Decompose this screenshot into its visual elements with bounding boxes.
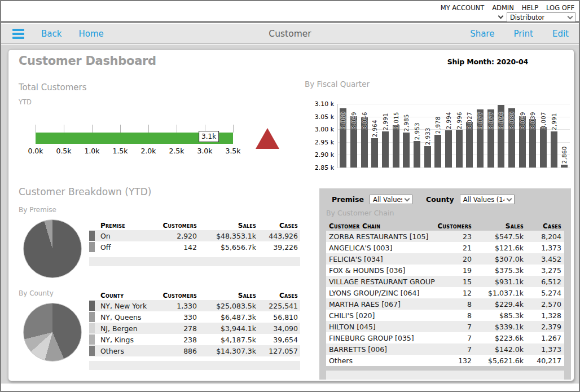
gauge-marker: 3.1k xyxy=(199,131,219,142)
nav-bar: Back Home Customer Share Print Edit xyxy=(1,24,579,44)
series-swatch xyxy=(89,242,95,252)
col-header-customers: Customers xyxy=(437,222,472,230)
chevron-down-icon xyxy=(565,13,575,21)
county-pie-chart xyxy=(23,303,82,362)
distributor-select-value: Distributor xyxy=(507,13,565,21)
chevron-down-icon xyxy=(402,195,412,204)
chevron-down-icon[interactable] xyxy=(498,14,504,19)
table-row: NY, Queens 330 $6,487.3k 56,810 xyxy=(89,311,300,323)
county-filter-label: County xyxy=(426,195,454,204)
county-filter-select[interactable]: All Values (14) xyxy=(460,195,515,204)
col-header-sales: Sales xyxy=(197,292,256,299)
table-row: MARTHA RAES [067] 8 $229.4k 2,570 xyxy=(326,298,564,310)
breakdown-heading: Customer Breakdown (YTD) xyxy=(19,186,151,197)
table-row: CHILI'S [020] 8 $85.3k 1,328 xyxy=(326,310,564,321)
col-header-sales: Sales xyxy=(472,222,524,230)
customer-chain-table: Customer Chain Customers Sales Cases ZOR… xyxy=(326,221,564,380)
table-row: LYONS GROUP/ZINC [064] 12 $1,037.1k 5,27… xyxy=(326,287,564,298)
col-header-cases: Cases xyxy=(256,222,300,230)
total-customers-gauge: 3.1k 0.0k0.5k1.0k1.5k2.0k2.5k3.0k3.5k xyxy=(36,123,233,156)
table-row: FOX & HOUNDS [036] 19 $375.3k 3,275 xyxy=(326,265,564,276)
fiscal-bars: 3,0803,0493,0462,9642,9913,0152,9852,953… xyxy=(338,104,570,168)
series-swatch xyxy=(89,312,95,322)
dashboard-card: Customer Dashboard Ship Month: 2020-04 T… xyxy=(8,49,574,381)
ship-month-label: Ship Month: 2020-04 xyxy=(447,58,528,66)
series-swatch xyxy=(89,301,95,311)
account-links: MY ACCOUNTADMINHELPLOG OFF xyxy=(441,4,574,12)
table-row: Others 886 $14,307.3k 127,057 xyxy=(89,345,300,356)
premise-table: Premise Customers Sales Cases On 2,920 $… xyxy=(89,221,300,266)
top-link[interactable]: LOG OFF xyxy=(546,4,574,12)
table-row: NY, Kings 238 $4,187.5k 39,654 xyxy=(89,334,300,345)
distributor-select[interactable]: Distributor xyxy=(507,12,575,22)
col-header-cases: Cases xyxy=(524,222,564,230)
col-header-county: County xyxy=(98,292,152,299)
content-area: Customer Dashboard Ship Month: 2020-04 T… xyxy=(1,45,579,391)
series-swatch xyxy=(89,334,95,345)
dashboard-title: Customer Dashboard xyxy=(19,54,156,68)
series-swatch xyxy=(89,231,95,241)
ytd-label: YTD xyxy=(19,98,32,106)
table-row: On 2,920 $48,353.1k 443,926 xyxy=(89,230,300,241)
customer-chain-panel: Premise All Values (... County All Value… xyxy=(319,188,571,380)
col-header-premise: Premise xyxy=(98,222,152,230)
county-table: County Customers Sales Cases NY, New Yor… xyxy=(89,290,300,370)
table-row: NY, New York 1,330 $25,083.5k 225,541 xyxy=(89,300,300,311)
fiscal-quarter-chart: 3.10 k3.05 k3.00 k2.95 k2.90 k2.85 k 3,0… xyxy=(337,104,570,168)
table-row: VILLAGE RESTAURANT GROUP 15 $931.1k 6,51… xyxy=(326,276,564,287)
table-row: FELICIA'S [034] 20 $307.0k 3,452 xyxy=(326,253,564,265)
premise-filter-select[interactable]: All Values (... xyxy=(370,195,412,204)
col-header-customers: Customers xyxy=(152,292,197,299)
col-header-sales: Sales xyxy=(197,222,256,230)
trend-up-indicator-icon xyxy=(256,128,279,149)
edit-button[interactable]: Edit xyxy=(552,29,569,39)
total-customers-heading: Total Customers xyxy=(19,82,86,93)
top-link[interactable]: HELP xyxy=(522,4,538,12)
fiscal-quarter-heading: By Fiscal Quarter xyxy=(305,80,370,89)
table-row: ZORBA RESTAURANTS [105] 23 $547.5k 8,204 xyxy=(326,231,564,242)
col-header-customer-chain: Customer Chain xyxy=(326,222,437,230)
table-row: BARRETTS [006] 7 $142.0k 1,373 xyxy=(326,343,564,355)
series-swatch xyxy=(89,323,95,333)
top-bar: MY ACCOUNTADMINHELPLOG OFF Distributor xyxy=(1,1,579,23)
table-row: HILTON [045] 7 $339.1k 2,379 xyxy=(326,321,564,332)
top-link[interactable]: MY ACCOUNT xyxy=(441,4,484,12)
col-header-cases: Cases xyxy=(256,292,300,299)
series-swatch xyxy=(89,346,95,356)
col-header-customers: Customers xyxy=(152,222,197,230)
table-row: NJ, Bergen 278 $3,944.1k 34,090 xyxy=(89,323,300,334)
top-link[interactable]: ADMIN xyxy=(492,4,514,12)
by-premise-label: By Premise xyxy=(19,206,56,214)
app-window: MY ACCOUNTADMINHELPLOG OFF Distributor B… xyxy=(0,0,580,392)
distributor-row: Distributor xyxy=(499,12,575,22)
print-button[interactable]: Print xyxy=(513,29,533,39)
share-button[interactable]: Share xyxy=(470,29,494,39)
table-row: Off 142 $5,656.7k 39,226 xyxy=(89,241,300,253)
table-row: FINEBURG GROUP [035] 7 $223.6k 1,267 xyxy=(326,332,564,343)
by-customer-chain-label: By Customer Chain xyxy=(326,209,394,217)
premise-pie-chart xyxy=(23,219,82,278)
chevron-down-icon xyxy=(504,195,514,204)
by-county-label: By County xyxy=(19,289,54,297)
table-row: Others 132 $5,621.6k 40,217 xyxy=(326,355,564,366)
table-row: ANGELICA'S [003] 21 $121.6k 1,373 xyxy=(326,242,564,253)
premise-filter-label: Premise xyxy=(332,195,364,204)
